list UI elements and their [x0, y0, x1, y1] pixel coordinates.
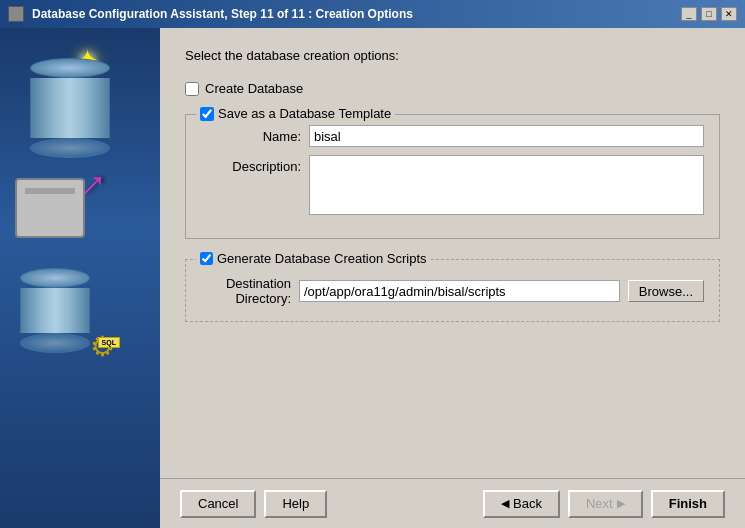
destination-input[interactable] [299, 280, 620, 302]
main-area: ✦ [0, 28, 745, 528]
titlebar-controls[interactable]: _ □ ✕ [681, 7, 737, 21]
description-row: Description: [201, 155, 704, 215]
window-title: Database Configuration Assistant, Step 1… [32, 7, 413, 21]
bottom-cylinder-bottom [20, 333, 90, 353]
bottom-cylinder-top [20, 268, 90, 288]
bottom-left-buttons: Cancel Help [180, 490, 327, 518]
db-illustration: ✦ [10, 48, 150, 428]
sql-label: SQL [98, 337, 120, 348]
destination-row: Destination Directory: Browse... [201, 276, 704, 306]
finish-button[interactable]: Finish [651, 490, 725, 518]
cylinder-top [30, 58, 110, 78]
scripts-legend: Generate Database Creation Scripts [196, 251, 431, 266]
illustration-panel: ✦ [0, 28, 160, 528]
top-cylinder [30, 58, 110, 158]
create-database-row: Create Database [185, 81, 720, 96]
bottom-cylinder [20, 268, 90, 353]
description-input[interactable] [309, 155, 704, 215]
browse-button[interactable]: Browse... [628, 280, 704, 302]
top-database: ✦ [30, 58, 110, 158]
cylinder-body [30, 78, 110, 138]
bottom-cylinder-body [20, 288, 90, 333]
back-arrow-icon: ◀ [501, 497, 509, 510]
generate-scripts-group: Generate Database Creation Scripts Desti… [185, 259, 720, 322]
create-database-checkbox[interactable] [185, 82, 199, 96]
disk-icon [15, 178, 85, 238]
titlebar: Database Configuration Assistant, Step 1… [0, 0, 745, 28]
next-label: Next [586, 496, 613, 511]
bottom-database: ⚙ SQL [20, 268, 90, 356]
save-template-checkbox[interactable] [200, 107, 214, 121]
name-input[interactable] [309, 125, 704, 147]
next-arrow-icon: ▶ [617, 497, 625, 510]
close-button[interactable]: ✕ [721, 7, 737, 21]
create-database-label[interactable]: Create Database [205, 81, 303, 96]
bottom-right-buttons: ◀ Back Next ▶ Finish [483, 490, 725, 518]
name-label: Name: [201, 129, 301, 144]
help-button[interactable]: Help [264, 490, 327, 518]
destination-label: Destination Directory: [201, 276, 291, 306]
titlebar-left: Database Configuration Assistant, Step 1… [8, 6, 413, 22]
generate-scripts-checkbox[interactable] [200, 252, 213, 265]
prompt-label: Select the database creation options: [185, 48, 720, 63]
disk-drive [15, 178, 85, 238]
generate-scripts-label[interactable]: Generate Database Creation Scripts [217, 251, 427, 266]
save-template-group: Save as a Database Template Name: Descri… [185, 114, 720, 239]
back-label: Back [513, 496, 542, 511]
save-template-label[interactable]: Save as a Database Template [218, 106, 391, 121]
minimize-button[interactable]: _ [681, 7, 697, 21]
app-icon [8, 6, 24, 22]
next-button[interactable]: Next ▶ [568, 490, 643, 518]
bottom-bar: Cancel Help ◀ Back Next ▶ Finish [160, 478, 745, 528]
name-row: Name: [201, 125, 704, 147]
save-template-legend: Save as a Database Template [196, 106, 395, 121]
cancel-button[interactable]: Cancel [180, 490, 256, 518]
right-panel: Select the database creation options: Cr… [160, 28, 745, 528]
maximize-button[interactable]: □ [701, 7, 717, 21]
back-button[interactable]: ◀ Back [483, 490, 560, 518]
description-label: Description: [201, 155, 301, 174]
